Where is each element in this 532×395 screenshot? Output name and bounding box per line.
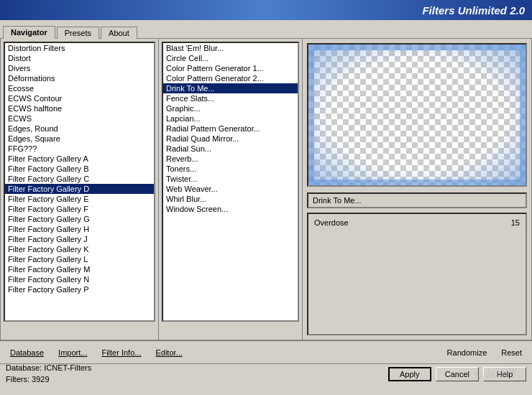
category-item[interactable]: Déformations <box>5 73 154 83</box>
params-area: Overdose 15 <box>307 213 527 335</box>
category-item[interactable]: Edges, Square <box>5 134 154 144</box>
database-value: ICNET-Filters <box>44 363 91 372</box>
category-item[interactable]: Filter Factory Gallery E <box>5 194 154 204</box>
category-item[interactable]: Distortion Filters <box>5 43 154 53</box>
filter-item[interactable]: Whirl Blur... <box>163 194 298 204</box>
filter-item[interactable]: Blast 'Em! Blur... <box>163 43 298 53</box>
filter-name-display: Drink To Me... <box>307 192 527 208</box>
category-item[interactable]: Filter Factory Gallery G <box>5 214 154 224</box>
tab-presets[interactable]: Presets <box>57 27 99 39</box>
filter-item[interactable]: Web Weaver... <box>163 184 298 194</box>
reset-button[interactable]: Reset <box>497 347 526 358</box>
filter-item[interactable]: Window Screen... <box>163 204 298 214</box>
filter-item[interactable]: Lapcian... <box>163 113 298 124</box>
category-item[interactable]: ECWS <box>5 113 154 124</box>
editor-button[interactable]: Editor... <box>151 347 186 358</box>
import-button[interactable]: Import... <box>54 347 91 358</box>
filter-item[interactable]: Radial Pattern Generator... <box>163 124 298 134</box>
left-panel: Distortion FiltersDistortDiversDéformati… <box>1 39 159 340</box>
category-item[interactable]: Filter Factory Gallery H <box>5 224 154 234</box>
category-item[interactable]: Filter Factory Gallery N <box>5 274 154 284</box>
database-label: Database: <box>6 363 42 372</box>
category-item[interactable]: Filter Factory Gallery D <box>5 184 154 194</box>
filter-item[interactable]: Toners... <box>163 164 298 174</box>
category-item[interactable]: Filter Factory Gallery L <box>5 254 154 264</box>
preview-overlay <box>308 45 526 185</box>
filter-item[interactable]: Twister... <box>163 174 298 184</box>
category-item[interactable]: Filter Factory Gallery B <box>5 164 154 174</box>
filter-item[interactable]: Color Pattern Generator 2... <box>163 73 298 83</box>
main-content: Distortion FiltersDistortDiversDéformati… <box>0 39 532 340</box>
randomize-button[interactable]: Randomize <box>443 347 492 358</box>
app-title: Filters Unlimited 2.0 <box>422 4 525 17</box>
category-item[interactable]: ECWS halftone <box>5 103 154 113</box>
categories-listbox[interactable]: Distortion FiltersDistortDiversDéformati… <box>4 42 155 322</box>
filter-name-text: Drink To Me... <box>313 196 362 205</box>
status-buttons: Apply Cancel Help <box>388 367 526 381</box>
filter-item[interactable]: Fence Slats... <box>163 93 298 103</box>
apply-button[interactable]: Apply <box>388 367 431 381</box>
category-item[interactable]: Edges, Round <box>5 124 154 134</box>
bottom-toolbar: Database Import... Filter Info... Editor… <box>0 340 532 363</box>
preview-area <box>307 43 527 187</box>
category-item[interactable]: Filter Factory Gallery J <box>5 234 154 244</box>
filter-info-button[interactable]: Filter Info... <box>97 347 145 358</box>
category-item[interactable]: Filter Factory Gallery A <box>5 154 154 164</box>
filter-item[interactable]: Color Pattern Generator 1... <box>163 63 298 73</box>
filter-item[interactable]: Reverb... <box>163 154 298 164</box>
filters-listbox[interactable]: Blast 'Em! Blur...Circle Cell...Color Pa… <box>162 42 299 322</box>
database-button[interactable]: Database <box>6 347 48 358</box>
category-item[interactable]: Divers <box>5 63 154 73</box>
category-item[interactable]: Filter Factory Gallery C <box>5 174 154 184</box>
param-label-overdose: Overdose <box>314 218 349 227</box>
category-item[interactable]: Filter Factory Gallery F <box>5 204 154 214</box>
category-item[interactable]: Filter Factory Gallery K <box>5 244 154 254</box>
param-row-overdose: Overdose 15 <box>311 217 523 228</box>
tab-about[interactable]: About <box>101 27 137 39</box>
filter-item[interactable]: Radial Quad Mirror... <box>163 134 298 144</box>
filter-item[interactable]: Graphic... <box>163 103 298 113</box>
param-value-overdose: 15 <box>498 218 520 227</box>
title-bar: Filters Unlimited 2.0 <box>0 0 532 20</box>
tabs-row: Navigator Presets About <box>0 20 532 39</box>
filter-item[interactable]: Circle Cell... <box>163 53 298 63</box>
category-item[interactable]: Ecosse <box>5 83 154 93</box>
middle-panel: Blast 'Em! Blur...Circle Cell...Color Pa… <box>159 39 303 340</box>
category-item[interactable]: Filter Factory Gallery M <box>5 264 154 274</box>
filters-label: Filters: <box>6 375 29 384</box>
category-item[interactable]: FFG??? <box>5 144 154 154</box>
cancel-button[interactable]: Cancel <box>436 367 479 381</box>
filter-item[interactable]: Drink To Me... <box>163 83 298 93</box>
filter-item[interactable]: Radial Sun... <box>163 144 298 154</box>
database-info: Database: ICNET-Filters <box>6 363 91 373</box>
category-item[interactable]: ECWS Contour <box>5 93 154 103</box>
help-button[interactable]: Help <box>483 367 526 381</box>
category-item[interactable]: Filter Factory Gallery P <box>5 284 154 294</box>
filters-info: Filters: 3929 <box>6 374 91 385</box>
filters-count: 3929 <box>32 375 49 384</box>
category-item[interactable]: Distort <box>5 53 154 63</box>
status-bar: Database: ICNET-Filters Filters: 3929 Ap… <box>0 363 532 384</box>
status-info: Database: ICNET-Filters Filters: 3929 <box>6 363 91 385</box>
tab-navigator[interactable]: Navigator <box>3 26 55 39</box>
right-panel: Drink To Me... Overdose 15 <box>303 39 531 340</box>
